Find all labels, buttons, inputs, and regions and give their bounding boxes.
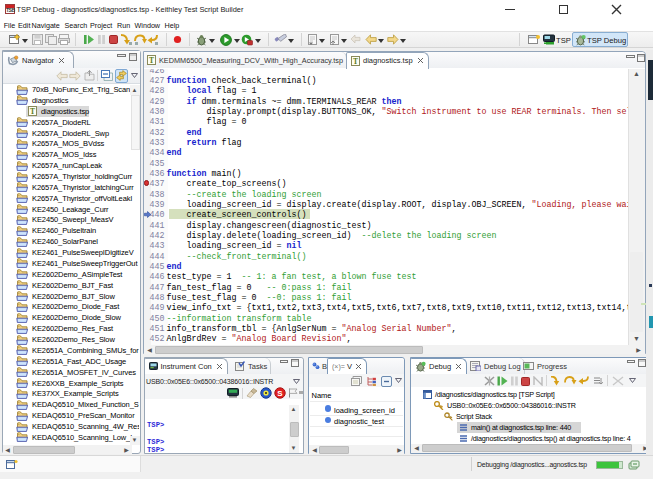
svg-text:T: T bbox=[353, 56, 358, 65]
svg-text:T: T bbox=[149, 56, 154, 65]
svg-text:S: S bbox=[277, 389, 283, 398]
svg-text:(×)=: (×)= bbox=[332, 363, 345, 371]
svg-text:T: T bbox=[30, 107, 35, 116]
